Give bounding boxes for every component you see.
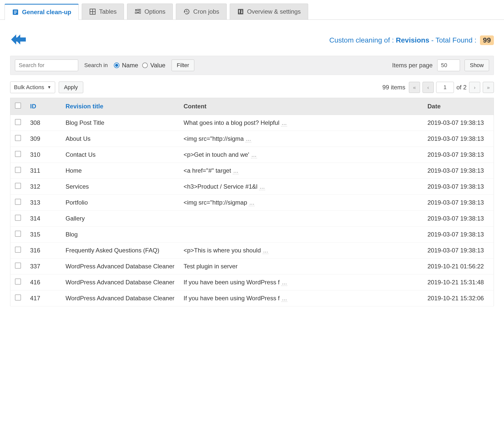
sliders-icon [134, 8, 141, 15]
row-checkbox[interactable] [15, 199, 21, 205]
current-page-input[interactable] [436, 82, 454, 93]
cell-date: 2019-10-21 15:31:48 [423, 274, 494, 290]
ellipsis-icon[interactable]: ... [281, 295, 287, 302]
row-checkbox[interactable] [15, 247, 21, 253]
tab-label: Tables [99, 8, 117, 15]
row-checkbox[interactable] [15, 215, 21, 221]
page-of-label: of 2 [456, 84, 467, 91]
ellipsis-icon[interactable]: ... [281, 119, 287, 126]
back-arrow-icon[interactable] [10, 32, 27, 48]
ellipsis-icon[interactable]: ... [281, 279, 287, 286]
tab-tables[interactable]: Tables [82, 4, 124, 19]
row-checkbox[interactable] [15, 263, 21, 269]
tab-label: Overview & settings [247, 8, 301, 15]
ellipsis-icon[interactable]: ... [251, 151, 257, 158]
cleaning-of-label: Custom cleaning of : [329, 36, 394, 44]
table-row: 314Gallery2019-03-07 19:38:13 [10, 211, 494, 227]
tab-bar: General clean-upTablesOptionsCron jobsOv… [0, 0, 504, 20]
ellipsis-icon[interactable]: ... [259, 183, 265, 190]
total-count-badge: 99 [480, 35, 494, 45]
table-row: 308Blog Post TitleWhat goes into a blog … [10, 115, 494, 131]
table-row: 316Frequently Asked Questions (FAQ)<p>Th… [10, 243, 494, 259]
document-icon [12, 9, 19, 16]
cell-content: Test plugin in server [183, 263, 237, 270]
cell-title: Services [61, 179, 179, 195]
column-date: Date [423, 98, 494, 115]
cell-title: Gallery [61, 211, 179, 227]
cell-date: 2019-03-07 19:38:13 [423, 179, 494, 195]
filter-button[interactable]: Filter [172, 60, 195, 71]
cell-title: Blog Post Title [61, 115, 179, 131]
row-checkbox[interactable] [15, 167, 21, 173]
radio-dot-icon [142, 63, 148, 68]
radio-name[interactable]: Name [114, 62, 138, 69]
ellipsis-icon[interactable]: ... [245, 135, 251, 142]
revisions-table: ID Revision title Content Date 308Blog P… [10, 98, 494, 306]
row-checkbox[interactable] [15, 294, 21, 301]
cell-date: 2019-03-07 19:38:13 [423, 243, 494, 259]
row-checkbox[interactable] [15, 151, 21, 157]
bulk-actions-label: Bulk Actions [14, 84, 44, 91]
apply-button[interactable]: Apply [59, 82, 83, 93]
column-id[interactable]: ID [26, 98, 61, 115]
row-checkbox[interactable] [15, 231, 21, 237]
bulk-actions-select[interactable]: Bulk Actions ▼ [10, 82, 55, 93]
cell-id: 417 [26, 290, 61, 306]
ellipsis-icon[interactable]: ... [263, 247, 269, 254]
cell-content: If you have been using WordPress fo [183, 295, 280, 302]
caret-down-icon: ▼ [47, 85, 51, 90]
cell-content: If you have been using WordPress fo [183, 279, 280, 286]
cell-id: 416 [26, 274, 61, 290]
items-per-page-input[interactable] [437, 60, 460, 71]
select-all-header[interactable] [10, 98, 26, 115]
column-title[interactable]: Revision title [61, 98, 179, 115]
row-checkbox[interactable] [15, 183, 21, 189]
table-row: 309About Us<img src="http://sigma ...201… [10, 131, 494, 147]
items-count: 99 items [382, 84, 405, 91]
tab-cron-jobs[interactable]: Cron jobs [176, 4, 227, 19]
first-page-button[interactable]: « [409, 82, 420, 93]
tab-overview-settings[interactable]: Overview & settings [230, 4, 308, 19]
bulk-actions-row: Bulk Actions ▼ Apply 99 items « ‹ of 2 ›… [5, 82, 499, 98]
svg-rect-10 [137, 12, 139, 13]
cell-id: 308 [26, 115, 61, 131]
cell-id: 313 [26, 195, 61, 211]
last-page-button[interactable]: » [483, 82, 494, 93]
cell-content: <a href="#" target [183, 167, 231, 174]
radio-value[interactable]: Value [142, 62, 165, 69]
cell-title: Frequently Asked Questions (FAQ) [61, 243, 179, 259]
show-button[interactable]: Show [465, 60, 489, 71]
prev-page-button[interactable]: ‹ [423, 82, 434, 93]
items-per-page-label: Items per page [392, 62, 433, 69]
cell-title: Blog [61, 227, 179, 243]
cell-date: 2019-03-07 19:38:13 [423, 115, 494, 131]
svg-point-16 [241, 12, 242, 13]
next-page-button[interactable]: › [469, 82, 480, 93]
cleaning-type: Revisions [396, 36, 429, 44]
cell-date: 2019-03-07 19:38:13 [423, 195, 494, 211]
total-found-label: - Total Found : [431, 36, 476, 44]
search-in-label: Search in [84, 62, 108, 69]
tab-options[interactable]: Options [127, 4, 173, 19]
row-checkbox[interactable] [15, 279, 21, 285]
search-input[interactable] [15, 60, 78, 71]
cell-content: <p>Get in touch and we' [183, 151, 249, 158]
cell-title: WordPress Advanced Database Cleaner [61, 259, 179, 274]
cell-title: WordPress Advanced Database Cleaner [61, 274, 179, 290]
cell-date: 2019-03-07 19:38:13 [423, 163, 494, 179]
row-checkbox[interactable] [15, 119, 21, 125]
row-checkbox[interactable] [15, 135, 21, 141]
table-row: 416WordPress Advanced Database CleanerIf… [10, 274, 494, 290]
svg-rect-12 [238, 9, 243, 14]
ellipsis-icon[interactable]: ... [233, 167, 239, 174]
cell-date: 2019-10-21 01:56:22 [423, 259, 494, 274]
cell-date: 2019-03-07 19:38:13 [423, 147, 494, 163]
tab-general-clean-up[interactable]: General clean-up [5, 4, 79, 20]
grid-icon [89, 8, 96, 15]
cell-content: <img src="http://sigmap [183, 199, 247, 206]
svg-rect-7 [135, 9, 137, 11]
cell-date: 2019-10-21 15:32:06 [423, 290, 494, 306]
ellipsis-icon[interactable]: ... [249, 199, 255, 206]
cell-id: 311 [26, 163, 61, 179]
column-content: Content [179, 98, 423, 115]
